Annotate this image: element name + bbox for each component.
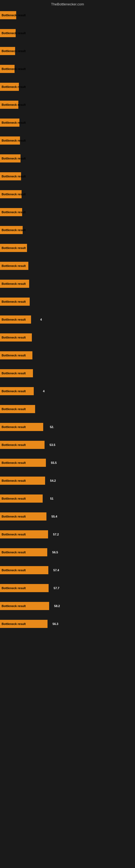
bar-value: 4 <box>40 318 42 321</box>
bar-label: Bottleneck result <box>1 390 26 393</box>
bar-value: 57.7 <box>54 586 59 590</box>
site-title: TheBottlenecker.com <box>0 0 135 8</box>
bar: Bottleneck result <box>0 154 20 162</box>
bar-label: Bottleneck result <box>1 497 26 500</box>
bar-value: 52. <box>50 425 54 429</box>
bar-label: Bottleneck result <box>1 139 26 142</box>
bar-label: Bottleneck result <box>1 479 26 482</box>
bar-label: Bottleneck result <box>1 443 26 446</box>
bar-label: Bottleneck result <box>1 50 26 53</box>
bar: Bottleneck result55.5 <box>0 459 46 467</box>
bar-label: Bottleneck result <box>1 586 26 590</box>
bar-label: Bottleneck result <box>1 622 26 625</box>
bar-label: Bottleneck result <box>1 157 26 160</box>
bar-label: Bottleneck result <box>1 407 26 411</box>
bar: Bottleneck result <box>0 351 32 360</box>
bar: Bottleneck result54.2 <box>0 476 45 485</box>
bar-row: Bottleneck result <box>0 225 135 235</box>
bar-row: Bottleneck result <box>0 279 135 289</box>
bar-label: Bottleneck result <box>1 193 26 196</box>
bar-label: Bottleneck result <box>1 515 26 518</box>
bar-row: Bottleneck result <box>0 350 135 361</box>
bar-row: Bottleneck result <box>0 171 135 182</box>
bar-value: 55.4 <box>52 515 57 518</box>
bar-label: Bottleneck result <box>1 533 26 536</box>
bar-label: Bottleneck result <box>1 228 26 231</box>
bar-row: Bottleneck result <box>0 99 135 110</box>
bar-label: Bottleneck result <box>1 264 26 268</box>
bar: Bottleneck result <box>0 405 35 413</box>
bar: Bottleneck result4 <box>0 315 31 323</box>
bar-row: Bottleneck result4 <box>0 386 135 396</box>
bar: Bottleneck result <box>0 83 19 91</box>
bar: Bottleneck result55.4 <box>0 513 46 521</box>
bar: Bottleneck result <box>0 280 29 288</box>
bar-row: Bottleneck result <box>0 261 135 271</box>
bar-value: 51 <box>50 497 53 500</box>
bar-row: Bottleneck result54.2 <box>0 475 135 486</box>
bar-label: Bottleneck result <box>1 211 26 214</box>
bar-value: 53.5 <box>50 443 55 446</box>
bar-label: Bottleneck result <box>1 246 26 250</box>
bar-row: Bottleneck result <box>0 135 135 146</box>
bar-label: Bottleneck result <box>1 354 26 357</box>
bar-row: Bottleneck result4 <box>0 314 135 325</box>
bar-row: Bottleneck result57.7 <box>0 583 135 593</box>
bar: Bottleneck result51 <box>0 495 43 503</box>
bar-row: Bottleneck result <box>0 243 135 253</box>
bar-value: 55.5 <box>51 461 57 464</box>
bar: Bottleneck result57.4 <box>0 566 48 574</box>
bar-row: Bottleneck result <box>0 368 135 378</box>
bar: Bottleneck result <box>0 369 33 377</box>
bar-row: Bottleneck result <box>0 118 135 128</box>
bar-label: Bottleneck result <box>1 551 26 554</box>
bar-label: Bottleneck result <box>1 568 26 572</box>
bar: Bottleneck result <box>0 65 14 73</box>
bar-row: Bottleneck result <box>0 153 135 163</box>
bar-label: Bottleneck result <box>1 67 26 70</box>
bar: Bottleneck result <box>0 136 20 145</box>
bar: Bottleneck result <box>0 29 16 37</box>
bar-row: Bottleneck result <box>0 207 135 217</box>
bar: Bottleneck result57.2 <box>0 530 48 538</box>
bar-row: Bottleneck result <box>0 28 135 38</box>
bar-row: Bottleneck result52. <box>0 422 135 432</box>
bar-label: Bottleneck result <box>1 461 26 464</box>
bar-row: Bottleneck result55.4 <box>0 511 135 522</box>
bar-label: Bottleneck result <box>1 318 26 321</box>
bar: Bottleneck result <box>0 47 15 55</box>
bar: Bottleneck result <box>0 119 19 127</box>
bar: Bottleneck result <box>0 226 23 234</box>
bar-row: Bottleneck result55.5 <box>0 458 135 468</box>
bar-row: Bottleneck result <box>0 64 135 74</box>
bar-row: Bottleneck result <box>0 297 135 307</box>
bar-row: Bottleneck result <box>0 189 135 199</box>
bar: Bottleneck result58.2 <box>0 602 49 610</box>
bar-value: 54.2 <box>50 479 56 482</box>
bar: Bottleneck result4 <box>0 387 34 395</box>
bar-label: Bottleneck result <box>1 425 26 429</box>
bar-row: Bottleneck result57.4 <box>0 565 135 575</box>
bar-label: Bottleneck result <box>1 336 26 339</box>
bar-row: Bottleneck result57.2 <box>0 529 135 539</box>
bar-row: Bottleneck result <box>0 404 135 414</box>
bar-row: Bottleneck result53.5 <box>0 440 135 450</box>
bar-row: Bottleneck result56.5 <box>0 547 135 557</box>
bar-value: 56.3 <box>53 622 58 625</box>
bar-label: Bottleneck result <box>1 300 26 303</box>
bar-value: 56.5 <box>52 551 58 554</box>
bar: Bottleneck result <box>0 298 30 306</box>
bar-value: 58.2 <box>54 604 60 608</box>
bar-label: Bottleneck result <box>1 372 26 375</box>
bar-label: Bottleneck result <box>1 121 26 124</box>
bar: Bottleneck result <box>0 11 16 19</box>
bar: Bottleneck result <box>0 208 22 216</box>
bar: Bottleneck result <box>0 101 18 109</box>
bar-label: Bottleneck result <box>1 604 26 608</box>
bar-value: 57.2 <box>53 533 59 536</box>
bar-label: Bottleneck result <box>1 31 26 35</box>
bar: Bottleneck result <box>0 262 28 270</box>
bar: Bottleneck result56.5 <box>0 548 47 556</box>
bar-label: Bottleneck result <box>1 175 26 178</box>
bar-row: Bottleneck result <box>0 82 135 92</box>
